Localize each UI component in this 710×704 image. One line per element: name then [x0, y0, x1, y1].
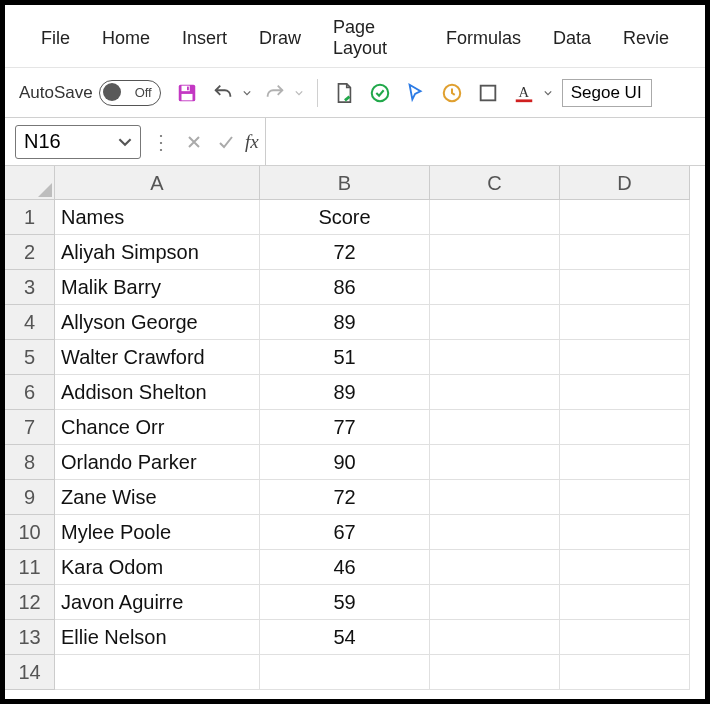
- cell[interactable]: Chance Orr: [55, 410, 260, 445]
- col-header-d[interactable]: D: [560, 166, 690, 200]
- autosave-pill[interactable]: Off: [99, 80, 161, 106]
- cell[interactable]: [430, 550, 560, 585]
- tab-home[interactable]: Home: [86, 24, 166, 53]
- redo-dropdown[interactable]: [293, 79, 305, 107]
- row-header[interactable]: 14: [5, 655, 55, 690]
- cell[interactable]: 54: [260, 620, 430, 655]
- row-header[interactable]: 9: [5, 480, 55, 515]
- row-header[interactable]: 4: [5, 305, 55, 340]
- cell[interactable]: [430, 410, 560, 445]
- row-header[interactable]: 7: [5, 410, 55, 445]
- row-header[interactable]: 3: [5, 270, 55, 305]
- cell[interactable]: [430, 480, 560, 515]
- cell[interactable]: [560, 410, 690, 445]
- cell[interactable]: [430, 270, 560, 305]
- name-box[interactable]: N16: [15, 125, 141, 159]
- row-header[interactable]: 2: [5, 235, 55, 270]
- cell[interactable]: 77: [260, 410, 430, 445]
- tab-page-layout[interactable]: Page Layout: [317, 13, 430, 63]
- cell[interactable]: Aliyah Simpson: [55, 235, 260, 270]
- cell[interactable]: [560, 305, 690, 340]
- font-color-button[interactable]: A: [510, 79, 538, 107]
- cell[interactable]: Malik Barry: [55, 270, 260, 305]
- new-sheet-button[interactable]: [330, 79, 358, 107]
- cell[interactable]: [560, 340, 690, 375]
- cell[interactable]: Zane Wise: [55, 480, 260, 515]
- cell[interactable]: [560, 235, 690, 270]
- select-all-corner[interactable]: [5, 166, 55, 200]
- fx-label[interactable]: fx: [245, 131, 259, 153]
- cell[interactable]: Javon Aguirre: [55, 585, 260, 620]
- formula-input[interactable]: [265, 118, 695, 165]
- cell[interactable]: [560, 200, 690, 235]
- undo-dropdown[interactable]: [241, 79, 253, 107]
- cell[interactable]: [560, 445, 690, 480]
- spellcheck-button[interactable]: [366, 79, 394, 107]
- tab-file[interactable]: File: [25, 24, 86, 53]
- row-header[interactable]: 6: [5, 375, 55, 410]
- cell[interactable]: 67: [260, 515, 430, 550]
- cell[interactable]: 86: [260, 270, 430, 305]
- cell[interactable]: 89: [260, 305, 430, 340]
- cell[interactable]: Score: [260, 200, 430, 235]
- cell[interactable]: [430, 620, 560, 655]
- tab-draw[interactable]: Draw: [243, 24, 317, 53]
- cell[interactable]: [560, 375, 690, 410]
- redo-button[interactable]: [261, 79, 289, 107]
- cell[interactable]: Allyson George: [55, 305, 260, 340]
- cell[interactable]: [430, 585, 560, 620]
- cell[interactable]: [430, 515, 560, 550]
- cell[interactable]: Names: [55, 200, 260, 235]
- row-header[interactable]: 12: [5, 585, 55, 620]
- cell[interactable]: [560, 655, 690, 690]
- cell[interactable]: [560, 480, 690, 515]
- col-header-c[interactable]: C: [430, 166, 560, 200]
- cell[interactable]: 72: [260, 480, 430, 515]
- cell[interactable]: [560, 585, 690, 620]
- cell[interactable]: 51: [260, 340, 430, 375]
- font-name-select[interactable]: Segoe UI: [562, 79, 652, 107]
- tab-review[interactable]: Revie: [607, 24, 685, 53]
- enter-formula-button[interactable]: [213, 129, 239, 155]
- cell[interactable]: [430, 375, 560, 410]
- cell[interactable]: 72: [260, 235, 430, 270]
- cell[interactable]: [560, 270, 690, 305]
- cell[interactable]: [560, 620, 690, 655]
- row-header[interactable]: 13: [5, 620, 55, 655]
- cell[interactable]: 59: [260, 585, 430, 620]
- row-header[interactable]: 10: [5, 515, 55, 550]
- spreadsheet-grid[interactable]: A B C D 1 Names Score 2 Aliyah Simpson 7…: [5, 166, 705, 690]
- tab-insert[interactable]: Insert: [166, 24, 243, 53]
- col-header-b[interactable]: B: [260, 166, 430, 200]
- row-header[interactable]: 8: [5, 445, 55, 480]
- cell[interactable]: 90: [260, 445, 430, 480]
- cell[interactable]: [430, 305, 560, 340]
- cell[interactable]: [560, 515, 690, 550]
- cell[interactable]: Walter Crawford: [55, 340, 260, 375]
- cell[interactable]: 89: [260, 375, 430, 410]
- col-header-a[interactable]: A: [55, 166, 260, 200]
- undo-button[interactable]: [209, 79, 237, 107]
- cursor-button[interactable]: [402, 79, 430, 107]
- cell[interactable]: [430, 340, 560, 375]
- cell[interactable]: Mylee Poole: [55, 515, 260, 550]
- cell[interactable]: Orlando Parker: [55, 445, 260, 480]
- cell[interactable]: [55, 655, 260, 690]
- save-button[interactable]: [173, 79, 201, 107]
- cell[interactable]: Kara Odom: [55, 550, 260, 585]
- autosave-toggle[interactable]: AutoSave Off: [19, 80, 161, 106]
- cell[interactable]: [430, 235, 560, 270]
- tab-formulas[interactable]: Formulas: [430, 24, 537, 53]
- cell[interactable]: Addison Shelton: [55, 375, 260, 410]
- cell[interactable]: Ellie Nelson: [55, 620, 260, 655]
- row-header[interactable]: 11: [5, 550, 55, 585]
- clock-button[interactable]: [438, 79, 466, 107]
- cell[interactable]: [260, 655, 430, 690]
- cell[interactable]: [560, 550, 690, 585]
- cancel-formula-button[interactable]: [181, 129, 207, 155]
- border-button[interactable]: [474, 79, 502, 107]
- tab-data[interactable]: Data: [537, 24, 607, 53]
- cell[interactable]: [430, 445, 560, 480]
- cell[interactable]: [430, 655, 560, 690]
- cell[interactable]: [430, 200, 560, 235]
